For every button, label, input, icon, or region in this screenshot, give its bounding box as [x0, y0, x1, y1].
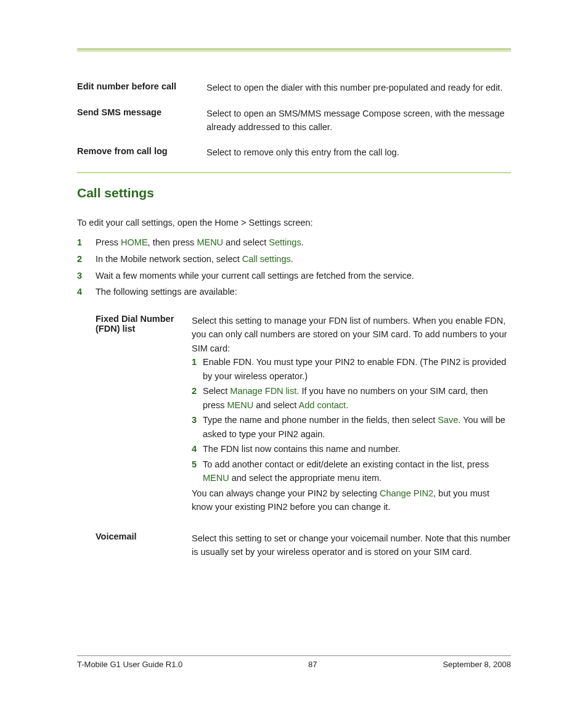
footer-left: T-Mobile G1 User Guide R1.0: [77, 660, 182, 669]
keyword: HOME: [121, 237, 148, 247]
definition-term: Remove from call log: [77, 146, 206, 160]
keyword: Manage FDN list: [230, 386, 296, 396]
keyword: Settings: [269, 237, 301, 247]
sub-definition-description: Select this setting to set or change you…: [192, 532, 511, 559]
definition-row: Edit number before call Select to open t…: [77, 81, 511, 95]
definition-term: Send SMS message: [77, 107, 206, 134]
keyword: MENU: [203, 473, 229, 483]
step-number: 1: [77, 236, 96, 250]
keyword: Call settings: [242, 254, 291, 264]
step-item: 3 Wait a few moments while your current …: [77, 269, 511, 283]
sub-definition-row: Voicemail Select this setting to set or …: [96, 532, 511, 559]
keyword: MENU: [197, 237, 223, 247]
inner-step-number: 4: [192, 442, 203, 456]
inner-step: 5 To add another contact or edit/delete …: [192, 458, 511, 485]
definition-description: Select to open the dialer with this numb…: [206, 81, 511, 95]
section-heading: Call settings: [77, 186, 511, 200]
fdn-lead: Select this setting to manage your FDN l…: [192, 316, 507, 353]
steps-list: 1 Press HOME, then press MENU and select…: [77, 236, 511, 299]
definition-row: Remove from call log Select to remove on…: [77, 146, 511, 160]
fdn-trailing: You can always change your PIN2 by selec…: [192, 488, 489, 512]
sub-definition-term: Fixed Dial Number (FDN) list: [96, 314, 192, 514]
footer-rule: [77, 655, 511, 656]
inner-step: 3 Type the name and phone number in the …: [192, 413, 511, 441]
page-footer: T-Mobile G1 User Guide R1.0 87 September…: [77, 655, 511, 669]
step-number: 2: [77, 253, 96, 266]
step-item: 2 In the Mobile network section, select …: [77, 253, 511, 266]
step-item: 1 Press HOME, then press MENU and select…: [77, 236, 511, 250]
footer-page-number: 87: [308, 660, 317, 669]
keyword: MENU: [227, 400, 254, 410]
step-number: 3: [77, 269, 96, 283]
inner-step-number: 1: [192, 355, 203, 383]
footer-row: T-Mobile G1 User Guide R1.0 87 September…: [77, 660, 511, 669]
inner-step: 2 Select Manage FDN list. If you have no…: [192, 384, 511, 412]
keyword: Add contact: [299, 400, 346, 410]
step-text: Press HOME, then press MENU and select S…: [96, 236, 304, 250]
keyword: Save: [438, 415, 458, 425]
step-text: Wait a few moments while your current ca…: [96, 269, 414, 283]
inner-step-number: 3: [192, 413, 203, 441]
definition-description: Select to remove only this entry from th…: [206, 146, 511, 160]
step-text: The following settings are available:: [96, 285, 237, 299]
sub-definition-row: Fixed Dial Number (FDN) list Select this…: [96, 314, 511, 514]
intro-paragraph: To edit your call settings, open the Hom…: [77, 218, 511, 228]
definition-description: Select to open an SMS/MMS message Compos…: [206, 107, 511, 134]
definition-row: Send SMS message Select to open an SMS/M…: [77, 107, 511, 134]
inner-step-number: 2: [192, 384, 203, 412]
step-number: 4: [77, 285, 96, 299]
inner-step: 4 The FDN list now contains this name an…: [192, 442, 511, 456]
sub-definition-list: Fixed Dial Number (FDN) list Select this…: [96, 314, 511, 559]
inner-step-text: To add another contact or edit/delete an…: [203, 458, 511, 485]
section-rule: [77, 172, 511, 173]
definition-list: Edit number before call Select to open t…: [77, 81, 511, 160]
sub-definition-term: Voicemail: [96, 532, 192, 559]
step-item: 4 The following settings are available:: [77, 285, 511, 299]
inner-step: 1 Enable FDN. You must type your PIN2 to…: [192, 355, 511, 383]
inner-step-text: The FDN list now contains this name and …: [203, 442, 511, 456]
footer-date: September 8, 2008: [443, 660, 511, 669]
keyword: Change PIN2: [380, 488, 433, 498]
definition-term: Edit number before call: [77, 81, 206, 95]
inner-step-text: Enable FDN. You must type your PIN2 to e…: [203, 355, 511, 383]
sub-definition-description: Select this setting to manage your FDN l…: [192, 314, 511, 514]
inner-steps-list: 1 Enable FDN. You must type your PIN2 to…: [192, 355, 511, 485]
step-text: In the Mobile network section, select Ca…: [96, 253, 293, 266]
document-page: Edit number before call Select to open t…: [0, 0, 588, 706]
inner-step-number: 5: [192, 458, 203, 485]
inner-step-text: Type the name and phone number in the fi…: [203, 413, 511, 441]
inner-step-text: Select Manage FDN list. If you have no n…: [203, 384, 511, 412]
header-rule: [77, 48, 511, 52]
